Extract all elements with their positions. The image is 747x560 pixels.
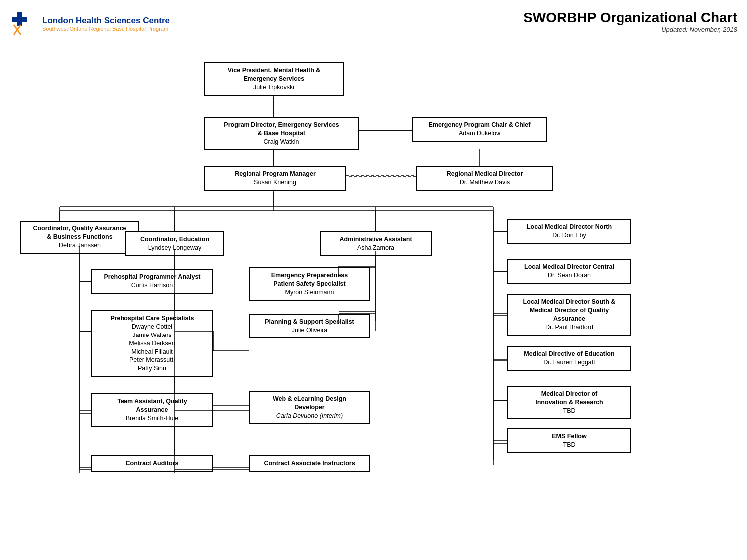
header: London Health Sciences Centre Southwest … (10, 10, 737, 37)
box-ems-fellow: EMS Fellow TBD (507, 428, 631, 453)
team-asst-title: Team Assistant, QualityAssurance (96, 397, 208, 414)
box-web-elearning: Web & eLearning DesignDeveloper Carla De… (249, 391, 370, 424)
lmd-central-name: Dr. Sean Doran (512, 271, 626, 280)
logo-name: London Health Sciences Centre (42, 16, 170, 26)
prog-dir-name: Craig Watkin (209, 138, 354, 146)
contract-assoc-title: Contract Associate Instructors (254, 459, 365, 468)
box-prehospital-care: Prehospital Care Specialists Dwayne Cott… (91, 310, 213, 377)
page: London Health Sciences Centre Southwest … (0, 0, 747, 560)
team-asst-name: Brenda Smith-Huie (96, 414, 208, 423)
prehospital-care-title: Prehospital Care Specialists (96, 314, 208, 323)
chart-updated: Updated: November, 2018 (523, 26, 737, 33)
box-lmd-south: Local Medical Director South &Medical Di… (507, 294, 631, 336)
contract-auditors-title: Contract Auditors (96, 459, 208, 468)
box-ep-patient-safety: Emergency PreparednessPatient Safety Spe… (249, 267, 370, 301)
admin-asst-title: Administrative Assistant (325, 235, 427, 244)
box-admin-asst: Administrative Assistant Asha Zamora (320, 231, 432, 256)
box-prehospital-prog: Prehospital Programmer Analyst Curtis Ha… (91, 269, 213, 294)
box-reg-med-dir: Regional Medical Director Dr. Matthew Da… (416, 166, 553, 191)
svg-rect-1 (12, 17, 27, 22)
web-elearning-name: Carla Devuono (Interim) (254, 412, 365, 420)
box-coord-qa: Coordinator, Quality Assurance& Business… (20, 221, 139, 254)
box-ep-chair: Emergency Program Chair & Chief Adam Duk… (412, 117, 547, 142)
reg-prog-mgr-name: Susan Kriening (209, 178, 341, 187)
box-reg-prog-mgr: Regional Program Manager Susan Kriening (204, 166, 346, 191)
planning-support-name: Julie Oliveira (254, 326, 365, 335)
box-coord-edu: Coordinator, Education Lyndsey Longeway (125, 231, 224, 256)
med-dir-edu-title: Medical Directive of Education (512, 350, 626, 358)
lmd-central-title: Local Medical Director Central (512, 263, 626, 271)
box-lmd-north: Local Medical Director North Dr. Don Eby (507, 219, 631, 244)
web-elearning-title: Web & eLearning DesignDeveloper (254, 395, 365, 412)
ems-fellow-name: TBD (512, 441, 626, 449)
vp-name: Julie Trpkovski (209, 83, 339, 92)
lmd-north-title: Local Medical Director North (512, 223, 626, 231)
box-team-asst: Team Assistant, QualityAssurance Brenda … (91, 393, 213, 427)
box-planning-support: Planning & Support Specialist Julie Oliv… (249, 314, 370, 338)
box-vp: Vice President, Mental Health &Emergency… (204, 62, 344, 96)
box-lmd-central: Local Medical Director Central Dr. Sean … (507, 259, 631, 284)
coord-qa-title: Coordinator, Quality Assurance& Business… (25, 224, 134, 241)
title-area: SWORBHP Organizational Chart Updated: No… (523, 10, 737, 33)
coord-qa-name: Debra Janssen (25, 241, 134, 250)
lmd-south-name: Dr. Paul Bradford (512, 323, 626, 332)
ep-chair-title: Emergency Program Chair & Chief (417, 121, 542, 129)
box-med-dir-edu: Medical Directive of Education Dr. Laure… (507, 346, 631, 371)
coord-edu-name: Lyndsey Longeway (130, 244, 219, 252)
logo-icon (10, 10, 37, 37)
chart-title: SWORBHP Organizational Chart (523, 10, 737, 26)
box-prog-dir: Program Director, Emergency Services& Ba… (204, 117, 359, 150)
reg-med-dir-name: Dr. Matthew Davis (421, 178, 548, 187)
prehospital-prog-title: Prehospital Programmer Analyst (96, 273, 208, 281)
org-chart: Vice President, Mental Health &Emergency… (10, 42, 737, 560)
prog-dir-title: Program Director, Emergency Services& Ba… (209, 121, 354, 138)
vp-title: Vice President, Mental Health &Emergency… (209, 66, 339, 83)
reg-med-dir-title: Regional Medical Director (421, 170, 548, 178)
ep-patient-safety-title: Emergency PreparednessPatient Safety Spe… (254, 271, 365, 288)
box-contract-auditors: Contract Auditors (91, 455, 213, 472)
coord-edu-title: Coordinator, Education (130, 235, 219, 244)
med-dir-edu-name: Dr. Lauren Leggatt (512, 358, 626, 367)
planning-support-title: Planning & Support Specialist (254, 318, 365, 326)
med-dir-innov-name: TBD (512, 407, 626, 415)
lmd-north-name: Dr. Don Eby (512, 231, 626, 240)
logo-sub: Southwest Ontario Regional Base Hospital… (42, 26, 170, 32)
ep-patient-safety-name: Myron Steinmann (254, 288, 365, 297)
med-dir-innov-title: Medical Director ofInnovation & Research (512, 390, 626, 407)
reg-prog-mgr-title: Regional Program Manager (209, 170, 341, 178)
prehospital-prog-name: Curtis Harrison (96, 281, 208, 290)
admin-asst-name: Asha Zamora (325, 244, 427, 252)
ep-chair-name: Adam Dukelow (417, 129, 542, 138)
prehospital-care-name: Dwayne Cottel Jamie Walters Melissa Derk… (96, 323, 208, 373)
box-med-dir-innov: Medical Director ofInnovation & Research… (507, 386, 631, 419)
logo-area: London Health Sciences Centre Southwest … (10, 10, 170, 37)
box-contract-assoc: Contract Associate Instructors (249, 455, 370, 472)
lmd-south-title: Local Medical Director South &Medical Di… (512, 298, 626, 323)
ems-fellow-title: EMS Fellow (512, 432, 626, 441)
logo-text: London Health Sciences Centre Southwest … (42, 16, 170, 32)
